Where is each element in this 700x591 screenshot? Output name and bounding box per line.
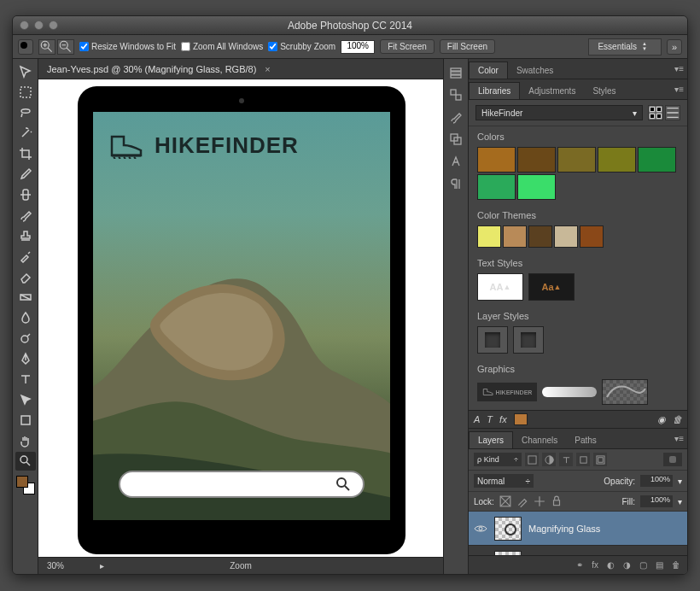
dock-history-icon[interactable] [446,62,466,83]
layer-style-item[interactable] [477,326,508,354]
theme-swatches[interactable] [477,225,679,248]
zoom-icon[interactable] [49,20,58,30]
type-tool[interactable] [15,370,36,389]
crop-tool[interactable] [15,144,36,163]
status-zoom[interactable]: 30% [47,561,86,571]
panel-menu-icon[interactable]: ▾≡ [674,64,684,73]
graphic-logo[interactable]: HIKEFINDER [477,383,537,401]
document-tab[interactable]: Jean-Yves.psd @ 30% (Magnifying Glass, R… [38,59,443,79]
color-swatch[interactable] [477,174,516,200]
char-a-icon[interactable]: A [474,414,480,424]
color-swatch[interactable] [517,147,556,173]
library-dropdown[interactable]: HikeFinder▾ [475,105,643,120]
new-layer-icon[interactable]: ▤ [656,560,663,570]
lock-transparency-icon[interactable] [499,495,511,507]
color-swatch[interactable] [477,147,516,173]
group-icon[interactable]: ▢ [639,560,647,570]
layer-row[interactable]: Magnifying Glass [469,512,687,546]
visibility-icon[interactable] [474,522,487,535]
resize-windows-checkbox[interactable]: Resize Windows to Fit [79,42,176,51]
mask-icon[interactable]: ◐ [607,560,615,570]
dock-paragraph-icon[interactable] [446,173,466,194]
graphic-path[interactable] [602,379,648,405]
tab-color[interactable]: Color [469,61,508,79]
color-picker[interactable] [16,476,35,494]
grid-view-icon[interactable] [648,105,663,120]
color-swatch[interactable] [557,147,596,173]
dock-brush-icon[interactable] [446,107,466,127]
lasso-tool[interactable] [15,103,36,122]
fx-icon[interactable]: fx [592,560,598,570]
lock-position-icon[interactable] [534,495,545,507]
dock-character-icon[interactable] [446,151,466,172]
fit-screen-button[interactable]: Fit Screen [380,39,435,54]
lock-all-icon[interactable] [551,495,563,507]
tab-libraries[interactable]: Libraries [469,82,520,99]
brush-tool[interactable] [15,206,36,225]
chevron-down-icon[interactable]: ▾ [678,477,682,486]
char-t-icon[interactable]: T [487,414,493,424]
panel-menu-icon[interactable]: ▾≡ [674,85,684,94]
color-swatch[interactable] [638,147,676,173]
layer-thumbnail[interactable] [494,551,522,556]
opacity-field[interactable]: 100% [640,475,673,487]
hand-tool[interactable] [15,431,36,450]
tool-preset-icon[interactable] [18,39,33,55]
eye-icon[interactable]: ◉ [657,414,666,425]
fill-field[interactable]: 100% [640,495,673,507]
zoom-tool[interactable] [15,452,36,471]
lock-pixels-icon[interactable] [516,495,528,507]
list-view-icon[interactable] [665,105,680,120]
graphic-bar[interactable] [542,387,597,397]
trash-icon[interactable]: 🗑 [673,414,682,425]
mini-swatch[interactable] [514,413,528,425]
zoom-100-button[interactable]: 100% [341,40,375,54]
filter-adjust-icon[interactable] [542,453,556,466]
path-select-tool[interactable] [15,390,36,409]
blur-tool[interactable] [15,308,36,327]
status-arrow-icon[interactable]: ▸ [100,561,104,571]
eyedropper-tool[interactable] [15,165,36,184]
zoom-all-checkbox[interactable]: Zoom All Windows [181,42,263,51]
tab-styles[interactable]: Styles [584,83,624,99]
search-cloud-icon[interactable]: » [667,39,682,55]
tab-swatches[interactable]: Swatches [508,62,562,79]
filter-shape-icon[interactable] [576,453,590,466]
filter-type-icon[interactable] [559,453,573,466]
panel-menu-icon[interactable]: ▾≡ [674,434,684,443]
text-style-item[interactable]: Aa▲ [528,273,575,301]
tab-layers[interactable]: Layers [469,431,513,448]
trash-icon[interactable]: 🗑 [672,560,680,570]
fx-icon[interactable]: fx [499,414,507,424]
blend-mode-dropdown[interactable]: Normal÷ [474,474,534,488]
color-swatch[interactable] [598,147,636,173]
workspace-switcher[interactable]: Essentials [588,38,662,56]
tab-paths[interactable]: Paths [566,432,605,448]
close-icon[interactable]: × [265,64,270,74]
pen-tool[interactable] [15,349,36,368]
chevron-down-icon[interactable]: ▾ [678,497,682,506]
link-icon[interactable]: ⚭ [576,560,583,570]
kind-filter-dropdown[interactable]: ρ Kind÷ [474,453,522,466]
dock-clone-icon[interactable] [446,129,466,149]
titlebar[interactable]: Adobe Photoshop CC 2014 [13,16,687,35]
marquee-tool[interactable] [15,83,36,102]
fill-adjust-icon[interactable]: ◑ [623,560,631,570]
history-brush-tool[interactable] [15,247,36,266]
minimize-icon[interactable] [34,20,44,30]
zoom-out-icon[interactable] [57,39,74,55]
stamp-tool[interactable] [15,226,36,245]
filter-pixel-icon[interactable] [525,453,539,466]
filter-smart-icon[interactable] [593,453,607,466]
layer-style-item[interactable] [513,326,544,354]
layer-row[interactable]: Search Field [469,546,687,555]
filter-toggle[interactable] [663,453,682,466]
color-swatch[interactable] [517,174,556,200]
dodge-tool[interactable] [15,329,36,348]
tab-channels[interactable]: Channels [513,432,566,448]
gradient-tool[interactable] [15,288,36,307]
dock-properties-icon[interactable] [446,85,466,105]
layer-thumbnail[interactable] [494,517,522,541]
wand-tool[interactable] [15,124,36,143]
text-style-item[interactable]: AA▲ [477,273,523,301]
